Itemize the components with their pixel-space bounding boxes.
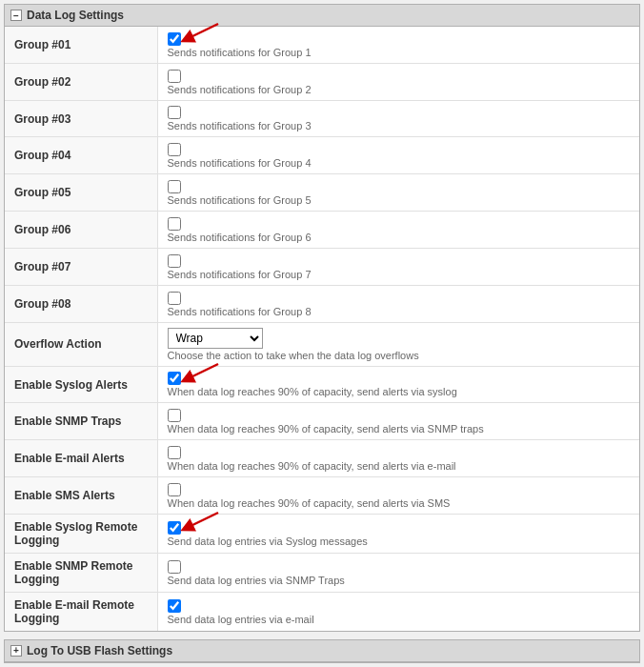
checkbox-enableSnmpRemote[interactable] bbox=[168, 560, 181, 574]
row-value-group06: Sends notifications for Group 6 bbox=[157, 212, 639, 249]
row-label-enableSyslogRemote: Enable Syslog Remote Logging bbox=[5, 514, 157, 553]
row-label-enableEmailRemote: Enable E-mail Remote Logging bbox=[5, 592, 157, 631]
checkbox-enableSnmpTraps[interactable] bbox=[168, 409, 181, 422]
row-value-group05: Sends notifications for Group 5 bbox=[157, 174, 639, 212]
checkbox-enableEmailRemote[interactable] bbox=[168, 599, 181, 613]
row-label-group06: Group #06 bbox=[5, 212, 157, 249]
row-description-group04: Sends notifications for Group 4 bbox=[168, 157, 631, 169]
row-value-enableSyslogAlerts: When data log reaches 90% of capacity, s… bbox=[157, 366, 639, 403]
table-row: Group #03Sends notifications for Group 3 bbox=[5, 100, 639, 137]
row-description-group07: Sends notifications for Group 7 bbox=[168, 269, 631, 280]
checkbox-group04[interactable] bbox=[168, 143, 181, 156]
checkbox-group08[interactable] bbox=[168, 292, 181, 305]
row-value-group04: Sends notifications for Group 4 bbox=[157, 137, 639, 174]
table-row: Group #02Sends notifications for Group 2 bbox=[5, 63, 639, 100]
usb-section: + Log To USB Flash Settings bbox=[4, 639, 640, 663]
data-log-expand-icon[interactable]: − bbox=[10, 10, 22, 21]
table-row: Group #01Sends notifications for Group 1 bbox=[5, 27, 639, 63]
row-value-enableEmailAlerts: When data log reaches 90% of capacity, s… bbox=[157, 440, 639, 477]
row-label-group05: Group #05 bbox=[5, 174, 157, 212]
table-row: Enable E-mail Remote LoggingSend data lo… bbox=[5, 592, 639, 631]
row-description-enableSmsAlerts: When data log reaches 90% of capacity, s… bbox=[168, 497, 631, 509]
checkbox-group03[interactable] bbox=[168, 106, 181, 119]
row-description-overflowAction: Choose the action to take when the data … bbox=[168, 350, 631, 361]
checkbox-group06[interactable] bbox=[168, 217, 181, 231]
table-row: Group #08Sends notifications for Group 8 bbox=[5, 285, 639, 322]
page-wrapper: − Data Log Settings Group #01Sends notif… bbox=[0, 0, 644, 667]
checkbox-group05[interactable] bbox=[168, 180, 181, 193]
row-value-enableSyslogRemote: Send data log entries via Syslog message… bbox=[157, 514, 639, 553]
usb-section-title: Log To USB Flash Settings bbox=[27, 644, 172, 657]
table-row: Group #05Sends notifications for Group 5 bbox=[5, 174, 639, 212]
checkbox-enableEmailAlerts[interactable] bbox=[168, 446, 181, 459]
table-row: Group #06Sends notifications for Group 6 bbox=[5, 212, 639, 249]
row-label-enableEmailAlerts: Enable E-mail Alerts bbox=[5, 440, 157, 477]
row-description-group08: Sends notifications for Group 8 bbox=[168, 306, 631, 317]
row-label-overflowAction: Overflow Action bbox=[5, 322, 157, 366]
row-value-enableSnmpRemote: Send data log entries via SNMP Traps bbox=[157, 553, 639, 592]
row-value-group02: Sends notifications for Group 2 bbox=[157, 63, 639, 100]
row-label-group02: Group #02 bbox=[5, 63, 157, 100]
row-value-group07: Sends notifications for Group 7 bbox=[157, 248, 639, 285]
table-row: Group #04Sends notifications for Group 4 bbox=[5, 137, 639, 174]
row-value-enableSnmpTraps: When data log reaches 90% of capacity, s… bbox=[157, 403, 639, 440]
row-value-group03: Sends notifications for Group 3 bbox=[157, 100, 639, 137]
row-label-enableSyslogAlerts: Enable Syslog Alerts bbox=[5, 366, 157, 403]
table-row: Enable SNMP Remote LoggingSend data log … bbox=[5, 553, 639, 592]
table-row: Overflow ActionWrapStopOverwriteChoose t… bbox=[5, 322, 639, 366]
row-value-group01: Sends notifications for Group 1 bbox=[157, 27, 639, 63]
checkbox-enableSmsAlerts[interactable] bbox=[168, 483, 181, 496]
row-value-enableEmailRemote: Send data log entries via e-mail bbox=[157, 592, 639, 631]
row-label-enableSnmpRemote: Enable SNMP Remote Logging bbox=[5, 553, 157, 592]
checkbox-group07[interactable] bbox=[168, 254, 181, 268]
row-description-group03: Sends notifications for Group 3 bbox=[168, 120, 631, 131]
table-row: Enable Syslog AlertsWhen data log reache… bbox=[5, 366, 639, 403]
select-overflowAction[interactable]: WrapStopOverwrite bbox=[168, 328, 263, 349]
settings-table: Group #01Sends notifications for Group 1… bbox=[5, 27, 639, 631]
data-log-section-title: Data Log Settings bbox=[27, 9, 124, 22]
row-description-enableSyslogRemote: Send data log entries via Syslog message… bbox=[168, 536, 631, 547]
checkbox-group02[interactable] bbox=[168, 70, 181, 83]
table-row: Enable E-mail AlertsWhen data log reache… bbox=[5, 440, 639, 477]
row-description-enableSnmpRemote: Send data log entries via SNMP Traps bbox=[168, 575, 631, 586]
row-label-group03: Group #03 bbox=[5, 100, 157, 137]
data-log-section-header: − Data Log Settings bbox=[5, 5, 639, 27]
row-description-group05: Sends notifications for Group 5 bbox=[168, 194, 631, 206]
row-description-enableSyslogAlerts: When data log reaches 90% of capacity, s… bbox=[168, 386, 631, 397]
table-row: Enable SNMP TrapsWhen data log reaches 9… bbox=[5, 403, 639, 440]
row-value-enableSmsAlerts: When data log reaches 90% of capacity, s… bbox=[157, 477, 639, 515]
row-description-group01: Sends notifications for Group 1 bbox=[168, 47, 631, 58]
row-label-group08: Group #08 bbox=[5, 285, 157, 322]
data-log-section: − Data Log Settings Group #01Sends notif… bbox=[4, 4, 640, 632]
checkbox-group01[interactable] bbox=[168, 32, 181, 46]
row-description-enableEmailRemote: Send data log entries via e-mail bbox=[168, 614, 631, 625]
row-label-group07: Group #07 bbox=[5, 248, 157, 285]
table-row: Group #07Sends notifications for Group 7 bbox=[5, 248, 639, 285]
row-value-group08: Sends notifications for Group 8 bbox=[157, 285, 639, 322]
usb-section-header: + Log To USB Flash Settings bbox=[5, 640, 639, 662]
row-description-enableSnmpTraps: When data log reaches 90% of capacity, s… bbox=[168, 423, 631, 435]
row-label-enableSnmpTraps: Enable SNMP Traps bbox=[5, 403, 157, 440]
row-description-group06: Sends notifications for Group 6 bbox=[168, 232, 631, 243]
row-value-overflowAction: WrapStopOverwriteChoose the action to ta… bbox=[157, 322, 639, 366]
checkbox-enableSyslogAlerts[interactable] bbox=[168, 372, 181, 385]
row-label-enableSmsAlerts: Enable SMS Alerts bbox=[5, 477, 157, 515]
table-row: Enable Syslog Remote LoggingSend data lo… bbox=[5, 514, 639, 553]
usb-expand-icon[interactable]: + bbox=[10, 645, 22, 657]
row-description-group02: Sends notifications for Group 2 bbox=[168, 84, 631, 95]
row-description-enableEmailAlerts: When data log reaches 90% of capacity, s… bbox=[168, 460, 631, 472]
row-label-group01: Group #01 bbox=[5, 27, 157, 63]
checkbox-enableSyslogRemote[interactable] bbox=[168, 521, 181, 535]
row-label-group04: Group #04 bbox=[5, 137, 157, 174]
table-row: Enable SMS AlertsWhen data log reaches 9… bbox=[5, 477, 639, 515]
